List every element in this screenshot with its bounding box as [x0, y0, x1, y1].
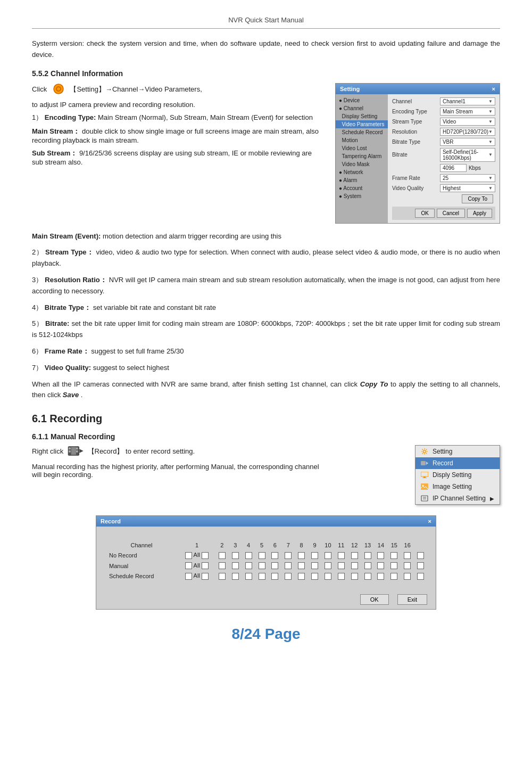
record-ok-button[interactable]: OK: [360, 594, 389, 605]
sidebar-device[interactable]: ● Device: [336, 96, 388, 104]
m-cb-1[interactable]: [219, 562, 226, 569]
m-cb-14[interactable]: [390, 562, 397, 569]
m-cb-13[interactable]: [377, 562, 384, 569]
channel-value[interactable]: Channel1▼: [440, 97, 495, 105]
nr-cb-14[interactable]: [390, 552, 397, 559]
apply-button[interactable]: Apply: [467, 209, 492, 218]
m-cb-9[interactable]: [325, 562, 331, 569]
sidebar-motion[interactable]: Motion: [336, 136, 388, 144]
sidebar-channel[interactable]: ● Channel: [336, 104, 388, 112]
record-exit-button[interactable]: Exit: [397, 594, 427, 605]
nr-cb-8[interactable]: [311, 552, 318, 559]
m-cb-10[interactable]: [338, 562, 345, 569]
s-cb-12[interactable]: [364, 573, 371, 580]
copy-to-button[interactable]: Copy To: [462, 194, 493, 203]
nr-cb-12[interactable]: [364, 552, 371, 559]
schedule-all[interactable]: All: [178, 571, 215, 581]
nr-cb-6[interactable]: [285, 552, 292, 559]
s-cb-4[interactable]: [259, 573, 265, 580]
s-cb-1[interactable]: [219, 573, 226, 580]
nr-cb-1[interactable]: [219, 552, 226, 559]
bitrate-type-value[interactable]: VBR▼: [440, 138, 495, 146]
no-record-all-cb[interactable]: [185, 552, 192, 559]
context-menu: Setting Record Disply Setting Image Sett…: [415, 445, 500, 505]
record-dialog-close[interactable]: ×: [428, 518, 431, 524]
nr-cb-5[interactable]: [271, 552, 278, 559]
ok-button[interactable]: OK: [415, 209, 434, 218]
sidebar-alarm[interactable]: ● Alarm: [336, 176, 388, 184]
sidebar-display[interactable]: Display Setting: [336, 112, 388, 120]
m-cb-8[interactable]: [311, 562, 318, 569]
s-cb-16[interactable]: [417, 573, 424, 580]
resolution-value[interactable]: HD720P(1280/720)▼: [440, 128, 495, 136]
col-12: 12: [348, 540, 361, 550]
nr-cb-2[interactable]: [232, 552, 239, 559]
m-cb-12[interactable]: [364, 562, 371, 569]
sidebar-system[interactable]: ● System: [336, 192, 388, 200]
schedule-all-cb[interactable]: [185, 573, 192, 580]
m-cb-4[interactable]: [259, 562, 265, 569]
sidebar-video-params[interactable]: Video Parameters: [336, 120, 388, 128]
bitrate-define-label: Bitrate: [392, 152, 440, 158]
s-cb-9[interactable]: [325, 573, 331, 580]
nr-cb-11[interactable]: [351, 552, 358, 559]
bitrate-input[interactable]: 4096: [440, 164, 467, 172]
s-cb-15[interactable]: [404, 573, 411, 580]
menu-item-ip-channel[interactable]: IP Channel Setting ▶: [415, 492, 500, 504]
s-cb-6[interactable]: [285, 573, 292, 580]
sidebar-network[interactable]: ● Network: [336, 168, 388, 176]
s-cb-13[interactable]: [377, 573, 384, 580]
no-record-all-cb2[interactable]: [202, 552, 209, 559]
channel-label: Channel: [392, 98, 440, 104]
m-cb-2[interactable]: [232, 562, 239, 569]
s-cb-14[interactable]: [390, 573, 397, 580]
s-cb-2[interactable]: [232, 573, 239, 580]
bitrate-define-value[interactable]: Self-Define(16-16000Kbps)▼: [440, 148, 495, 162]
m-cb-7[interactable]: [298, 562, 305, 569]
nr-cb-16[interactable]: [417, 552, 424, 559]
m-cb-3[interactable]: [245, 562, 252, 569]
nr-cb-3[interactable]: [245, 552, 252, 559]
s-cb-8[interactable]: [311, 573, 318, 580]
s-cb-7[interactable]: [298, 573, 305, 580]
s-cb-11[interactable]: [351, 573, 358, 580]
section-6-1-1-title: 6.1.1 Manual Recording: [32, 432, 500, 441]
bitrate-value-row: 4096 Kbps: [392, 164, 495, 172]
sidebar-schedule[interactable]: Schedule Record: [336, 128, 388, 136]
schedule-all-cb2[interactable]: [202, 573, 209, 580]
sidebar-video-lost[interactable]: Video Lost: [336, 144, 388, 152]
m-cb-16[interactable]: [417, 562, 424, 569]
video-quality-row: Video Quality Highest▼: [392, 184, 495, 192]
encoding-type-value[interactable]: Main Stream▼: [440, 108, 495, 116]
sidebar-video-mask[interactable]: Video Mask: [336, 160, 388, 168]
nr-cb-10[interactable]: [338, 552, 345, 559]
manual-all-cb[interactable]: [185, 562, 192, 569]
nr-cb-4[interactable]: [259, 552, 265, 559]
m-cb-11[interactable]: [351, 562, 358, 569]
setting-dialog-close[interactable]: ×: [492, 86, 495, 92]
nr-cb-9[interactable]: [325, 552, 331, 559]
menu-item-record[interactable]: Record: [415, 457, 500, 469]
s-cb-10[interactable]: [338, 573, 345, 580]
video-quality-value[interactable]: Highest▼: [440, 184, 495, 192]
s-cb-3[interactable]: [245, 573, 252, 580]
no-record-all[interactable]: All: [178, 550, 215, 561]
nr-cb-13[interactable]: [377, 552, 384, 559]
sidebar-tampering[interactable]: Tampering Alarm: [336, 152, 388, 160]
sidebar-account[interactable]: ● Account: [336, 184, 388, 192]
menu-item-image[interactable]: Image Setting: [415, 481, 500, 492]
m-cb-15[interactable]: [404, 562, 411, 569]
nr-cb-15[interactable]: [404, 552, 411, 559]
m-cb-6[interactable]: [285, 562, 292, 569]
frame-rate-value[interactable]: 25▼: [440, 174, 495, 182]
s-cb-5[interactable]: [271, 573, 278, 580]
stream-type-value[interactable]: Video▼: [440, 118, 495, 126]
display-icon: [420, 471, 429, 479]
cancel-button[interactable]: Cancel: [437, 209, 465, 218]
manual-all-cb2[interactable]: [202, 562, 209, 569]
nr-cb-7[interactable]: [298, 552, 305, 559]
m-cb-5[interactable]: [271, 562, 278, 569]
menu-item-display[interactable]: Disply Setting: [415, 469, 500, 481]
menu-item-setting[interactable]: Setting: [415, 446, 500, 457]
manual-all[interactable]: All: [178, 561, 215, 571]
